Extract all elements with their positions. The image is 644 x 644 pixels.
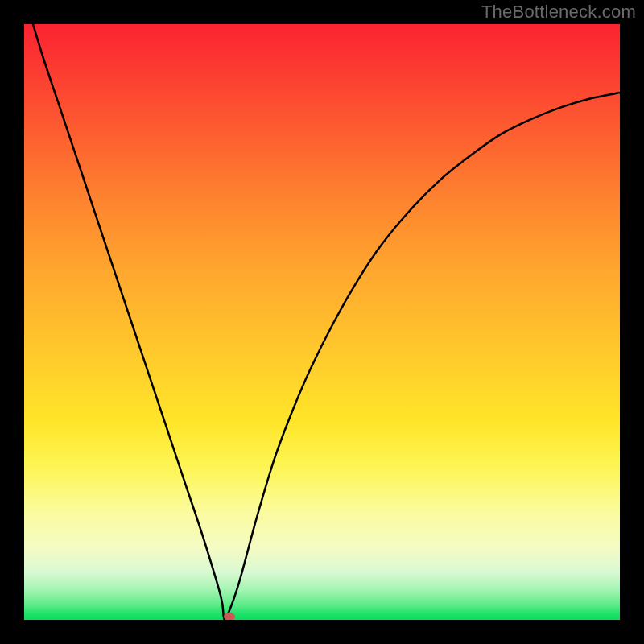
watermark-text: TheBottleneck.com [481, 2, 636, 23]
optimal-point-marker [224, 613, 235, 620]
chart-plot-area [24, 24, 620, 620]
curve-path [24, 24, 620, 620]
bottleneck-curve [24, 24, 620, 620]
